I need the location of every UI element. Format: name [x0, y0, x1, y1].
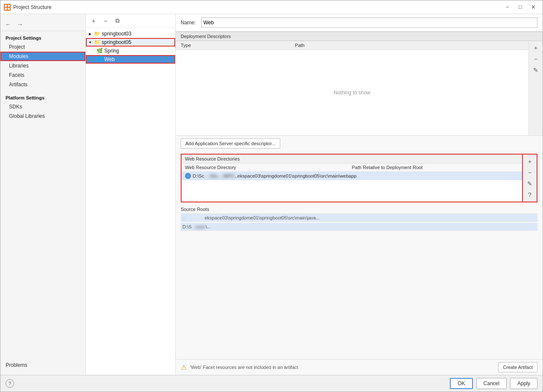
name-label: Name: — [181, 20, 198, 26]
titlebar-left: Project Structure — [4, 4, 51, 11]
web-res-col2: Path Relative to Deployment Root — [352, 165, 519, 170]
nothing-to-show: Nothing to show — [176, 50, 528, 135]
ok-button[interactable]: OK — [450, 378, 473, 389]
web-res-help-button[interactable]: ? — [525, 190, 535, 200]
deployment-descriptors-area: Type Path Nothing to show + − ✎ — [176, 41, 543, 135]
forward-button[interactable]: → — [15, 19, 25, 29]
add-descriptor-row: Add Application Server specific descript… — [176, 135, 543, 151]
expand-arrow: ▼ — [88, 40, 93, 45]
tree-copy-button[interactable]: ⧉ — [112, 16, 123, 26]
main-content: ← → Project Settings Project Modules Lib… — [0, 14, 543, 375]
sidebar-item-artifacts[interactable]: Artifacts — [0, 80, 85, 89]
warning-bar: ⚠ 'Web' Facet resources are not included… — [176, 359, 543, 375]
right-panel: Name: Deployment Descriptors Type Path N… — [176, 14, 543, 375]
sidebar-item-modules[interactable]: Modules — [0, 52, 85, 61]
folder-icon: 📁 — [94, 39, 100, 46]
web-resource-row[interactable]: ○ D:\Sc....\Stu....\MPC..ekspace03\sprin… — [182, 172, 522, 180]
footer: ? OK Cancel Apply — [0, 375, 543, 392]
content-area: Deployment Descriptors Type Path Nothing… — [176, 32, 543, 375]
source-roots-section: Source Roots ... ekspace03\springdome01\… — [181, 205, 537, 231]
titlebar: Project Structure − □ ✕ — [0, 0, 543, 14]
tree-remove-button[interactable]: − — [100, 16, 111, 26]
deployment-descriptors-header: Deployment Descriptors — [176, 32, 543, 41]
project-settings-title: Project Settings — [0, 33, 85, 42]
close-button[interactable]: ✕ — [527, 1, 539, 13]
tree-item-web[interactable]: 🌐 Web — [86, 55, 175, 64]
web-resource-folder-icon: ○ — [185, 173, 191, 179]
sidebar-item-sdks[interactable]: SDKs — [0, 102, 85, 111]
web-res-col1: Web Resource Directory — [185, 165, 352, 170]
warning-text: 'Web' Facet resources are not included i… — [190, 365, 495, 370]
minimize-button[interactable]: − — [502, 1, 514, 13]
folder-icon: 📁 — [94, 30, 100, 37]
deployment-add-button[interactable]: + — [531, 43, 541, 53]
add-descriptor-button[interactable]: Add Application Server specific descript… — [181, 138, 280, 149]
back-button[interactable]: ← — [3, 19, 13, 29]
deployment-edit-button[interactable]: ✎ — [531, 65, 541, 75]
create-artifact-button[interactable]: Create Artifact — [498, 362, 537, 372]
web-res-add-button[interactable]: + — [525, 156, 535, 167]
sidebar-item-libraries[interactable]: Libraries — [0, 61, 85, 70]
window-controls: − □ ✕ — [502, 1, 539, 13]
footer-left: ? — [6, 379, 14, 388]
type-col-header: Type — [181, 43, 295, 48]
svg-rect-3 — [8, 8, 10, 10]
source-roots-title: Source Roots — [181, 205, 537, 214]
sidebar-item-project[interactable]: Project — [0, 42, 85, 52]
project-structure-window: Project Structure − □ ✕ ← → Project Sett… — [0, 0, 543, 392]
source-roots-row2[interactable]: D:\S...ware\... — [181, 223, 537, 231]
app-icon — [4, 4, 11, 11]
sidebar-item-facets[interactable]: Facets — [0, 70, 85, 80]
expand-arrow: ▶ — [88, 31, 93, 36]
cancel-button[interactable]: Cancel — [476, 378, 507, 389]
tree-item-springboot03[interactable]: ▶ 📁 springboot03 — [86, 29, 175, 38]
platform-settings-title: Platform Settings — [0, 93, 85, 102]
path-col-header: Path — [295, 43, 523, 48]
svg-rect-1 — [8, 5, 10, 7]
maximize-button[interactable]: □ — [514, 1, 526, 13]
apply-button[interactable]: Apply — [510, 378, 537, 389]
web-resource-table-header: Web Resource Directory Path Relative to … — [182, 164, 522, 172]
web-resource-section: Web Resource Directories Web Resource Di… — [181, 154, 523, 202]
web-resource-path: D:\Sc....\Stu....\MPC..ekspace03\springd… — [193, 173, 356, 178]
window-title: Project Structure — [13, 4, 51, 10]
name-input[interactable] — [201, 18, 537, 28]
tree-panel: + − ⧉ ▶ 📁 springboot03 ▼ 📁 springboot05 — [86, 14, 176, 375]
tree-toolbar: + − ⧉ — [86, 14, 175, 28]
web-res-edit-button[interactable]: ✎ — [525, 178, 535, 189]
sidebar: ← → Project Settings Project Modules Lib… — [0, 14, 86, 375]
name-row: Name: — [176, 14, 543, 32]
deployment-right-actions: + − ✎ — [528, 41, 543, 135]
svg-rect-2 — [5, 8, 7, 10]
web-resource-actions: + − ✎ ? — [523, 154, 537, 202]
help-button[interactable]: ? — [6, 379, 14, 388]
deployment-table-header: Type Path — [176, 41, 528, 50]
web-res-remove-button[interactable]: − — [525, 167, 535, 178]
warning-icon: ⚠ — [181, 363, 187, 372]
source-roots-row1[interactable]: ... ekspace03\springdome01\springboot05\… — [181, 214, 537, 222]
sidebar-problems[interactable]: Problems — [0, 359, 85, 372]
sidebar-item-global-libraries[interactable]: Global Libraries — [0, 111, 85, 121]
tree-add-button[interactable]: + — [88, 16, 99, 26]
tree-content: ▶ 📁 springboot03 ▼ 📁 springboot05 🌿 Spri… — [86, 28, 175, 375]
tree-item-spring[interactable]: 🌿 Spring — [86, 47, 175, 55]
svg-rect-0 — [5, 5, 7, 7]
web-resource-container: Web Resource Directories Web Resource Di… — [181, 154, 537, 202]
spring-icon: 🌿 — [96, 47, 103, 54]
deployment-remove-button[interactable]: − — [531, 54, 541, 64]
tree-item-springboot05[interactable]: ▼ 📁 springboot05 — [86, 38, 175, 47]
web-resource-title: Web Resource Directories — [182, 155, 522, 164]
web-icon: 🌐 — [96, 56, 103, 63]
